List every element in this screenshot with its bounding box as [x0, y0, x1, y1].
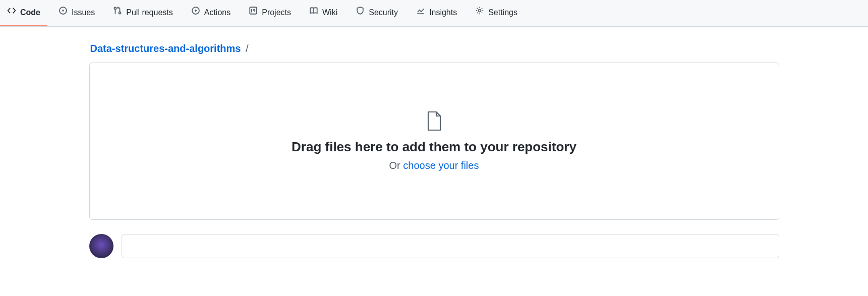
play-icon	[191, 5, 200, 20]
tab-label: Insights	[429, 5, 457, 20]
choose-files-link[interactable]: choose your files	[403, 160, 479, 171]
svg-point-6	[479, 10, 481, 12]
repo-topbar: Code Issues Pull requests Actions	[0, 0, 868, 27]
commit-row	[89, 234, 779, 258]
svg-point-2	[114, 7, 117, 9]
main-container: Data-structures-and-algorithms / Drag fi…	[81, 27, 787, 278]
graph-icon	[416, 5, 425, 20]
code-icon	[7, 5, 16, 20]
tab-code[interactable]: Code	[0, 0, 47, 26]
tab-security[interactable]: Security	[349, 0, 405, 26]
tab-projects[interactable]: Projects	[242, 0, 298, 26]
dropzone-heading: Drag files here to add them to your repo…	[292, 139, 576, 155]
tab-label: Actions	[204, 5, 230, 20]
issue-icon	[59, 5, 68, 20]
tab-label: Code	[20, 5, 40, 20]
pull-request-icon	[113, 5, 122, 20]
tab-pull-requests[interactable]: Pull requests	[106, 0, 180, 26]
tab-label: Settings	[488, 5, 517, 20]
tab-wiki[interactable]: Wiki	[302, 0, 344, 26]
breadcrumb-separator: /	[244, 43, 251, 54]
tab-label: Issues	[72, 5, 95, 20]
tab-label: Security	[369, 5, 398, 20]
svg-point-3	[119, 12, 121, 14]
avatar[interactable]	[89, 234, 113, 258]
project-icon	[249, 5, 258, 20]
tab-issues[interactable]: Issues	[51, 0, 102, 26]
dropzone-or-text: Or	[389, 160, 403, 171]
tab-label: Wiki	[322, 5, 337, 20]
shield-icon	[356, 5, 365, 20]
commit-form-box[interactable]	[122, 234, 779, 258]
tab-actions[interactable]: Actions	[184, 0, 238, 26]
tab-label: Projects	[262, 5, 291, 20]
tab-label: Pull requests	[126, 5, 173, 20]
svg-point-1	[62, 10, 64, 12]
breadcrumb: Data-structures-and-algorithms /	[89, 39, 779, 63]
breadcrumb-repo-link[interactable]: Data-structures-and-algorithms	[90, 43, 241, 54]
upload-dropzone[interactable]: Drag files here to add them to your repo…	[89, 63, 779, 220]
tab-insights[interactable]: Insights	[409, 0, 464, 26]
gear-icon	[475, 5, 484, 20]
book-icon	[309, 5, 318, 20]
repo-tabs: Code Issues Pull requests Actions	[0, 0, 868, 26]
tab-settings[interactable]: Settings	[468, 0, 525, 26]
dropzone-subtext: Or choose your files	[389, 160, 479, 171]
file-icon	[426, 111, 442, 131]
